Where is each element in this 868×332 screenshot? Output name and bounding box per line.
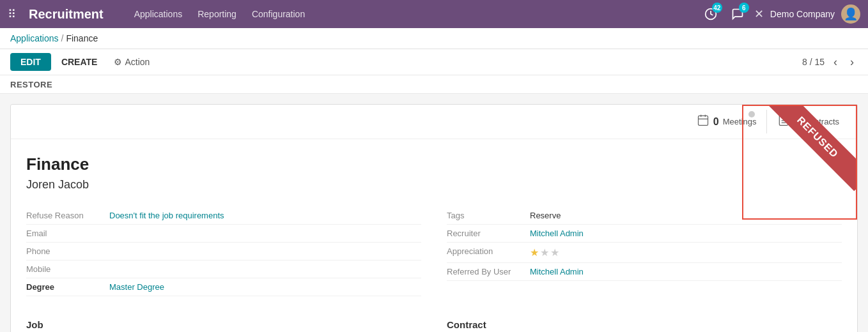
- card-top-actions: 0 Meetings 1 Contracts: [11, 105, 857, 139]
- star-2[interactable]: ★: [540, 246, 549, 259]
- phone-label: Phone: [26, 246, 109, 256]
- fields-left: Refuse Reason Doesn't fit the job requir…: [26, 207, 421, 296]
- calendar-icon: [697, 114, 709, 130]
- user-avatar[interactable]: 👤: [841, 4, 860, 24]
- star-3[interactable]: ★: [550, 246, 559, 259]
- svg-rect-1: [698, 116, 708, 125]
- appreciation-label: Appreciation: [447, 246, 530, 256]
- contracts-count: 1: [794, 116, 800, 128]
- refuse-reason-label: Refuse Reason: [26, 211, 109, 220]
- activity-count: 42: [712, 3, 722, 13]
- section-headers: Job Contract: [26, 306, 842, 332]
- close-icon[interactable]: ✕: [754, 7, 764, 21]
- nav-reporting[interactable]: Reporting: [192, 6, 242, 22]
- toolbar: EDIT CREATE ⚙ Action 8 / 15 ‹ ›: [0, 49, 868, 75]
- degree-value[interactable]: Master Degree: [109, 282, 421, 292]
- topnav-right: 42 6 ✕ Demo Company 👤: [701, 4, 860, 24]
- card-body: Finance Joren Jacob Refuse Reason Doesn'…: [11, 139, 857, 332]
- next-record-button[interactable]: ›: [846, 54, 858, 70]
- activity-badge[interactable]: 42: [701, 4, 721, 24]
- degree-label: Degree: [26, 282, 109, 292]
- star-1[interactable]: ★: [530, 246, 539, 259]
- contracts-label: Contracts: [803, 117, 839, 126]
- page-total: 15: [814, 57, 825, 67]
- messages-count: 6: [739, 3, 749, 13]
- messages-badge[interactable]: 6: [727, 4, 748, 24]
- tags-label: Tags: [447, 211, 530, 220]
- referred-by-label: Referred By User: [447, 267, 530, 276]
- toolbar-right: 8 / 15 ‹ ›: [802, 54, 858, 70]
- field-recruiter: Recruiter Mitchell Admin: [447, 225, 842, 243]
- action-button[interactable]: ⚙ Action: [107, 53, 156, 71]
- mobile-label: Mobile: [26, 264, 109, 274]
- field-mobile: Mobile: [26, 260, 421, 278]
- contracts-icon: [777, 114, 790, 130]
- refuse-reason-value[interactable]: Doesn't fit the job requirements: [109, 211, 421, 220]
- field-tags: Tags Reserve: [447, 207, 842, 225]
- top-navigation: ⠿ Recruitment Applications Reporting Con…: [0, 0, 868, 28]
- email-label: Email: [26, 229, 109, 238]
- prev-record-button[interactable]: ‹: [830, 54, 841, 70]
- field-referred-by: Referred By User Mitchell Admin: [447, 263, 842, 281]
- field-degree: Degree Master Degree: [26, 278, 421, 296]
- applicant-name: Joren Jacob: [26, 178, 842, 192]
- tags-value: Reserve: [530, 211, 842, 220]
- contracts-button[interactable]: 1 Contracts: [766, 110, 849, 133]
- field-appreciation: Appreciation ★ ★ ★: [447, 243, 842, 263]
- breadcrumb-separator: /: [61, 33, 64, 43]
- company-name: Demo Company: [770, 9, 835, 19]
- edit-button[interactable]: EDIT: [10, 53, 51, 71]
- recruiter-value[interactable]: Mitchell Admin: [530, 229, 842, 238]
- action-gear-icon: ⚙: [114, 57, 122, 67]
- meetings-button[interactable]: 0 Meetings: [686, 110, 767, 133]
- nav-configuration[interactable]: Configuration: [247, 6, 310, 22]
- fields-grid: Refuse Reason Doesn't fit the job requir…: [26, 207, 842, 296]
- breadcrumb: Applications / Finance: [0, 28, 868, 49]
- app-title: Recruitment: [29, 7, 104, 22]
- action-label: Action: [125, 57, 150, 67]
- recruiter-label: Recruiter: [447, 229, 530, 238]
- restore-button[interactable]: RESTORE: [10, 80, 52, 89]
- job-section-title: Job: [26, 319, 421, 330]
- breadcrumb-current: Finance: [66, 33, 98, 43]
- field-phone: Phone: [26, 243, 421, 260]
- appreciation-stars[interactable]: ★ ★ ★: [530, 246, 842, 259]
- field-refuse-reason: Refuse Reason Doesn't fit the job requir…: [26, 207, 421, 225]
- meetings-count: 0: [713, 116, 719, 128]
- grid-menu-icon[interactable]: ⠿: [8, 7, 16, 21]
- applicant-position: Finance: [26, 155, 842, 174]
- contract-section-title: Contract: [447, 319, 842, 330]
- page-indicator: 8 / 15: [802, 57, 825, 67]
- referred-by-value[interactable]: Mitchell Admin: [530, 267, 842, 276]
- meetings-label: Meetings: [723, 117, 757, 126]
- restore-bar: RESTORE: [0, 75, 868, 94]
- fields-right: Tags Reserve Recruiter Mitchell Admin Ap…: [447, 207, 842, 296]
- top-nav-menu: Applications Reporting Configuration: [129, 6, 688, 22]
- breadcrumb-applications-link[interactable]: Applications: [10, 33, 59, 43]
- main-content: 0 Meetings 1 Contracts REFUSED: [0, 94, 868, 332]
- page-current: 8: [802, 57, 807, 67]
- record-card: 0 Meetings 1 Contracts REFUSED: [10, 104, 858, 332]
- field-email: Email: [26, 225, 421, 243]
- create-button[interactable]: CREATE: [56, 53, 103, 71]
- tag-reserve[interactable]: Reserve: [530, 211, 561, 220]
- nav-applications[interactable]: Applications: [129, 6, 188, 22]
